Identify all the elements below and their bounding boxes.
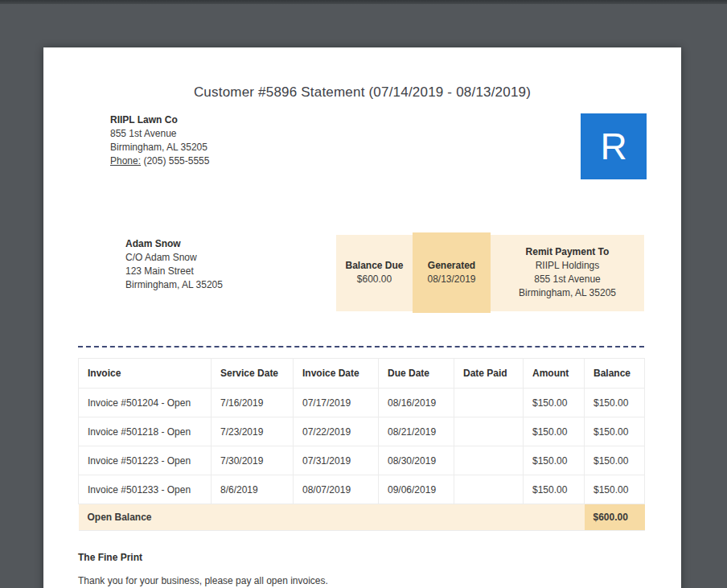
invoice-date-cell: 07/17/2019	[294, 389, 379, 417]
amount-cell: $150.00	[524, 389, 585, 417]
phone-number: (205) 555-5555	[143, 155, 209, 167]
invoice-cell: Invoice #501233 - Open	[79, 475, 212, 504]
table-row: Invoice #501204 - Open 7/16/2019 07/17/2…	[79, 389, 645, 417]
balance-cell: $150.00	[585, 389, 645, 417]
fine-print-heading: The Fine Print	[78, 552, 681, 563]
service-date-cell: 8/6/2019	[212, 475, 294, 504]
balance-cell: $150.00	[585, 446, 645, 475]
date-paid-cell	[454, 446, 524, 475]
company-name: RIIPL Lawn Co	[110, 113, 209, 127]
invoice-date-cell: 07/31/2019	[294, 446, 379, 475]
company-address-line1: 855 1st Avenue	[110, 127, 209, 141]
invoice-date-cell: 08/07/2019	[294, 475, 379, 504]
col-header-due-date: Due Date	[379, 359, 454, 389]
balance-cell: $150.00	[585, 475, 645, 504]
service-date-cell: 7/23/2019	[212, 417, 294, 446]
amount-cell: $150.00	[524, 417, 585, 446]
col-header-balance: Balance	[585, 359, 645, 389]
col-header-invoice-date: Invoice Date	[294, 359, 379, 389]
invoice-cell: Invoice #501223 - Open	[79, 446, 212, 475]
customer-address-block: Adam Snow C/O Adam Snow 123 Main Street …	[125, 237, 223, 292]
col-header-date-paid: Date Paid	[454, 359, 524, 389]
phone-label: Phone:	[110, 155, 141, 167]
col-header-amount: Amount	[524, 359, 585, 389]
open-balance-row: Open Balance $600.00	[79, 504, 645, 531]
balance-due-label: Balance Due	[336, 259, 413, 273]
remit-label: Remit Payment To	[491, 245, 644, 259]
table-row: Invoice #501218 - Open 7/23/2019 07/22/2…	[79, 417, 645, 446]
date-paid-cell	[454, 475, 524, 504]
remit-city: Birmingham, AL 35205	[491, 286, 644, 300]
fine-print-text: Thank you for your business, please pay …	[78, 575, 681, 586]
due-date-cell: 08/21/2019	[379, 417, 454, 446]
amount-cell: $150.00	[524, 475, 585, 504]
due-date-cell: 09/06/2019	[379, 475, 454, 504]
company-phone: Phone: (205) 555-5555	[110, 154, 209, 168]
company-address-line2: Birmingham, AL 35205	[110, 141, 209, 154]
generated-value: 08/13/2019	[413, 273, 491, 286]
table-row: Invoice #501223 - Open 7/30/2019 07/31/2…	[79, 446, 645, 475]
table-header-row: Invoice Service Date Invoice Date Due Da…	[79, 359, 645, 389]
statement-page: Customer #5896 Statement (07/14/2019 - 0…	[43, 47, 681, 588]
remit-street: 855 1st Avenue	[491, 273, 644, 286]
open-balance-label: Open Balance	[79, 504, 585, 531]
date-paid-cell	[454, 417, 524, 446]
viewer-top-edge	[0, 0, 727, 4]
generated-label: Generated	[413, 259, 491, 273]
service-date-cell: 7/16/2019	[212, 389, 294, 417]
due-date-cell: 08/30/2019	[379, 446, 454, 475]
balance-due-value: $600.00	[336, 273, 413, 286]
document-header: RIIPL Lawn Co 855 1st Avenue Birmingham,…	[110, 113, 647, 179]
invoice-cell: Invoice #501204 - Open	[79, 389, 212, 417]
dashed-divider	[78, 346, 644, 347]
customer-care-of: C/O Adam Snow	[125, 251, 223, 265]
amount-cell: $150.00	[524, 446, 585, 475]
col-header-service-date: Service Date	[212, 359, 294, 389]
invoice-date-cell: 07/22/2019	[294, 417, 379, 446]
riipl-logo: R	[581, 113, 647, 179]
table-row: Invoice #501233 - Open 8/6/2019 08/07/20…	[79, 475, 645, 504]
open-balance-value: $600.00	[585, 504, 645, 531]
due-date-cell: 08/16/2019	[379, 389, 454, 417]
remit-name: RIIPL Holdings	[491, 259, 644, 273]
payment-summary-block: Balance Due $600.00 Generated 08/13/2019…	[336, 232, 644, 313]
balance-cell: $150.00	[585, 417, 645, 446]
customer-summary-section: Adam Snow C/O Adam Snow 123 Main Street …	[43, 232, 681, 313]
date-paid-cell	[454, 389, 524, 417]
company-info-block: RIIPL Lawn Co 855 1st Avenue Birmingham,…	[110, 113, 209, 168]
customer-street: 123 Main Street	[125, 265, 223, 278]
invoice-table: Invoice Service Date Invoice Date Due Da…	[78, 358, 645, 531]
service-date-cell: 7/30/2019	[212, 446, 294, 475]
col-header-invoice: Invoice	[79, 359, 212, 389]
customer-name: Adam Snow	[125, 237, 223, 251]
remit-payment-cell: Remit Payment To RIIPL Holdings 855 1st …	[491, 235, 644, 311]
generated-cell: Generated 08/13/2019	[413, 232, 491, 313]
page-title: Customer #5896 Statement (07/14/2019 - 0…	[43, 84, 681, 101]
customer-city: Birmingham, AL 35205	[125, 278, 223, 292]
balance-due-cell: Balance Due $600.00	[336, 235, 413, 311]
riipl-logo-letter: R	[600, 128, 626, 165]
invoice-cell: Invoice #501218 - Open	[79, 417, 212, 446]
